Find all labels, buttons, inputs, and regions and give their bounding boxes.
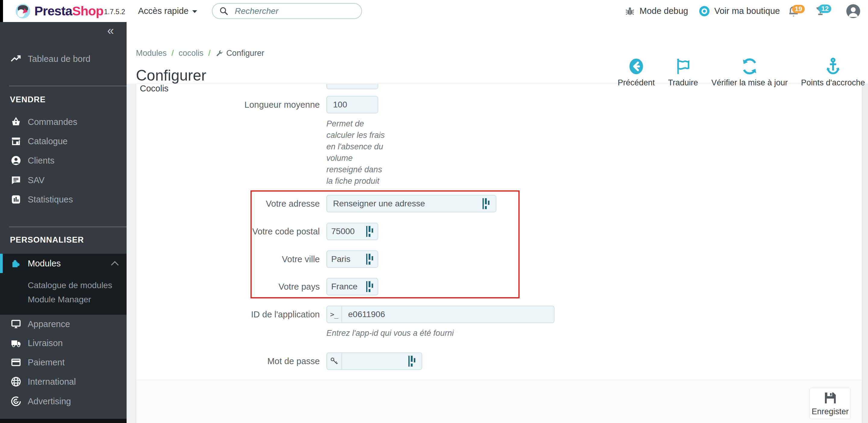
form-row-length: Longueur moyenne 100 bbox=[136, 96, 378, 113]
puzzle-icon bbox=[10, 258, 22, 269]
eye-icon bbox=[699, 5, 710, 17]
sidebar-subitem-module-manager[interactable]: Module Manager bbox=[0, 292, 127, 307]
sidebar-item-international[interactable]: International bbox=[0, 373, 127, 390]
sidebar-item-catalogue[interactable]: Catalogue bbox=[0, 133, 127, 150]
basket-icon bbox=[10, 116, 22, 127]
storefront-icon bbox=[10, 136, 22, 147]
search-icon bbox=[219, 6, 229, 16]
autofill-icon[interactable] bbox=[408, 356, 415, 367]
search-input[interactable] bbox=[235, 6, 349, 16]
chevron-up-icon bbox=[111, 261, 119, 269]
sidebar-item-advertising[interactable]: Advertising bbox=[0, 393, 127, 410]
sidebar-section-personnaliser: PERSONNALISER bbox=[10, 235, 84, 245]
sidebar-item-livraison[interactable]: Livraison bbox=[0, 335, 127, 351]
sidebar-item-dashboard[interactable]: Tableau de bord bbox=[0, 50, 127, 67]
sidebar-divider bbox=[9, 227, 127, 227]
corner-strip bbox=[0, 0, 3, 22]
refresh-icon bbox=[741, 57, 758, 76]
address-input[interactable]: Renseigner une adresse bbox=[327, 195, 496, 213]
sidebar-item-clients[interactable]: Clients bbox=[0, 152, 127, 169]
form-row-country: Votre pays France bbox=[136, 278, 378, 295]
announcement-badge: 12 bbox=[818, 4, 831, 13]
credit-card-icon bbox=[10, 357, 22, 368]
country-input[interactable]: France bbox=[327, 278, 378, 295]
hook-points-button[interactable]: Points d'accroche bbox=[801, 57, 865, 87]
password-input-group bbox=[327, 352, 422, 370]
key-icon bbox=[327, 353, 342, 369]
sidebar-collapse-button[interactable]: « bbox=[107, 24, 114, 36]
autofill-icon[interactable] bbox=[483, 198, 490, 209]
city-input[interactable]: Paris bbox=[327, 250, 378, 268]
back-circle-icon bbox=[628, 57, 644, 76]
translate-button[interactable]: Traduire bbox=[668, 57, 698, 87]
notification-badge: 19 bbox=[792, 5, 805, 13]
password-input[interactable] bbox=[342, 353, 422, 369]
save-button[interactable]: Enregister bbox=[809, 388, 851, 419]
form-row-app-id: ID de l'application >_ e0611906 bbox=[136, 306, 555, 323]
account-menu[interactable] bbox=[846, 0, 860, 22]
app-id-input[interactable]: e0611906 bbox=[342, 306, 554, 322]
sidebar: « Tableau de bord VENDRE Commandes Catal… bbox=[0, 22, 127, 423]
autofill-icon[interactable] bbox=[366, 226, 373, 237]
quick-access-dropdown[interactable]: Accès rapide bbox=[138, 6, 197, 16]
city-label: Votre ville bbox=[136, 254, 320, 264]
sidebar-subitem-catalogue-de-modules[interactable]: Catalogue de modules bbox=[0, 278, 127, 293]
vertical-scrollbar[interactable] bbox=[862, 84, 868, 423]
app-id-input-group: >_ e0611906 bbox=[327, 306, 555, 323]
password-label: Mot de passe bbox=[136, 356, 320, 366]
content-area: Longueur moyenne 100 Permet de calculer … bbox=[127, 84, 862, 423]
length-input[interactable]: 100 bbox=[327, 96, 378, 113]
breadcrumb-current: Configurer bbox=[216, 49, 264, 58]
monitor-icon bbox=[10, 319, 22, 330]
trending-up-icon bbox=[10, 53, 22, 64]
target-icon bbox=[10, 396, 22, 407]
brand-name: PrestaShop bbox=[34, 4, 103, 19]
autofill-icon[interactable] bbox=[366, 281, 373, 292]
chevron-down-icon bbox=[192, 10, 197, 13]
prestashop-admin: PrestaShop 1.7.5.2 Accès rapide Mode deb… bbox=[0, 0, 868, 423]
view-shop[interactable]: Voir ma boutique bbox=[699, 0, 780, 22]
country-label: Votre pays bbox=[136, 282, 320, 292]
sidebar-item-modules[interactable]: Modules bbox=[0, 255, 127, 272]
wrench-icon bbox=[216, 50, 223, 57]
announcements-button[interactable]: 12 bbox=[814, 0, 827, 22]
clipped-input[interactable] bbox=[327, 84, 378, 89]
breadcrumb-cocolis[interactable]: cocolis bbox=[179, 49, 204, 58]
sidebar-item-sav[interactable]: SAV bbox=[0, 172, 127, 189]
anchor-icon bbox=[825, 57, 841, 76]
sidebar-section-vendre: VENDRE bbox=[10, 95, 46, 104]
sidebar-divider bbox=[9, 86, 127, 86]
person-circle-icon bbox=[10, 155, 22, 166]
length-label: Longueur moyenne bbox=[136, 100, 320, 110]
mode-debug[interactable]: Mode debug bbox=[624, 0, 688, 22]
globe-icon bbox=[10, 376, 22, 387]
page-header: Modules / cocolis / Configurer Configure… bbox=[127, 22, 868, 84]
app-id-label: ID de l'application bbox=[136, 310, 320, 319]
sidebar-item-commandes[interactable]: Commandes bbox=[0, 113, 127, 130]
zip-label: Votre code postal bbox=[136, 227, 320, 236]
page-title: Configurer bbox=[136, 67, 206, 84]
breadcrumb-modules[interactable]: Modules bbox=[136, 49, 167, 58]
check-update-button[interactable]: Vérifier la mise à jour bbox=[711, 57, 788, 87]
bar-chart-icon bbox=[10, 194, 22, 205]
notifications-button[interactable]: 19 bbox=[787, 0, 800, 22]
page-subtitle: Cocolis bbox=[140, 84, 168, 93]
chat-icon bbox=[10, 175, 22, 186]
prestashop-logo[interactable]: PrestaShop bbox=[16, 4, 103, 19]
sidebar-item-paiement[interactable]: Paiement bbox=[0, 354, 127, 371]
search-bar[interactable] bbox=[212, 3, 362, 19]
puffin-logo-icon bbox=[16, 4, 30, 19]
version-label: 1.7.5.2 bbox=[104, 8, 125, 16]
zip-input[interactable]: 75000 bbox=[327, 223, 378, 240]
breadcrumb: Modules / cocolis / Configurer bbox=[136, 49, 264, 58]
sidebar-item-apparence[interactable]: Apparence bbox=[0, 316, 127, 333]
sidebar-bottom-strip bbox=[0, 419, 127, 423]
card-footer: Enregister bbox=[136, 380, 862, 423]
previous-button[interactable]: Précédent bbox=[618, 57, 655, 87]
module-config-card: Longueur moyenne 100 Permet de calculer … bbox=[136, 84, 862, 423]
autofill-icon[interactable] bbox=[366, 253, 373, 265]
sidebar-item-statistiques[interactable]: Statistiques bbox=[0, 191, 127, 208]
terminal-icon: >_ bbox=[327, 306, 342, 322]
app-id-help: Entrez l'app-id qui vous a été fourni bbox=[327, 327, 507, 339]
floppy-disk-icon bbox=[823, 391, 838, 405]
